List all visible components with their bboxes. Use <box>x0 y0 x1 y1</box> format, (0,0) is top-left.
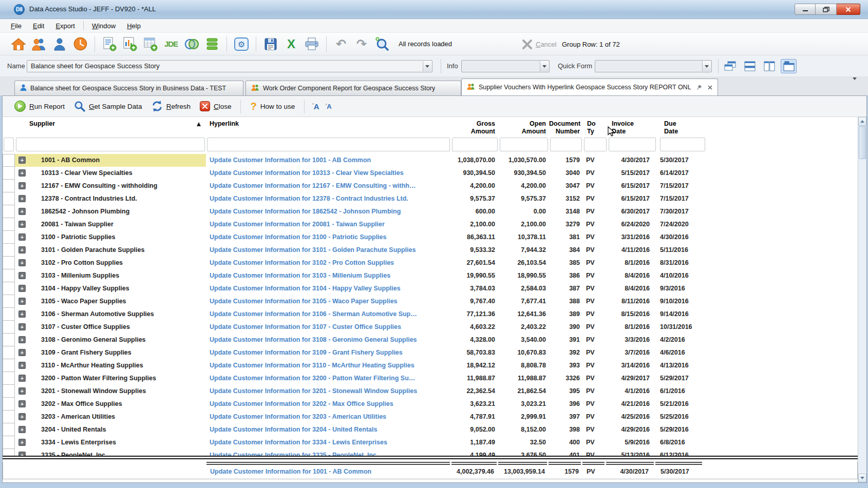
font-increase-button[interactable]: 'A <box>312 102 319 111</box>
cancel-button[interactable]: Cancel <box>536 41 556 48</box>
gross-amount-cell[interactable]: 1,187.49 <box>451 436 498 449</box>
row-selector[interactable] <box>3 411 15 423</box>
supplier-cell[interactable]: +3200 - Patton Water Filtering Supplies <box>15 372 206 385</box>
invoice-date-cell[interactable]: 6/24/2020 <box>606 218 655 231</box>
user-button[interactable] <box>49 35 70 53</box>
do-ty-cell[interactable]: PV <box>582 205 606 218</box>
invoice-date-cell[interactable]: 4/21/2016 <box>606 398 655 411</box>
quick-form-combo-arrow[interactable] <box>702 61 711 71</box>
minimize-button[interactable] <box>795 4 816 15</box>
document-number-cell[interactable]: 1579 <box>548 154 582 167</box>
open-amount-cell[interactable]: 2,999.91 <box>498 411 548 423</box>
due-date-cell[interactable]: 5/25/2016 <box>655 411 703 423</box>
undo-button[interactable]: ↶ <box>331 35 351 53</box>
gross-amount-cell[interactable]: 3,784.03 <box>451 282 498 295</box>
supplier-cell[interactable]: +3104 - Happy Valley Supplies <box>15 282 206 295</box>
due-date-cell[interactable]: 8/31/2016 <box>655 257 703 269</box>
open-amount-cell[interactable]: 26,103.54 <box>498 257 548 269</box>
open-amount-cell[interactable]: 2,100.00 <box>498 218 548 231</box>
expand-row-button[interactable]: + <box>18 375 26 382</box>
open-amount-cell[interactable]: 18,990.55 <box>498 269 548 282</box>
supplier-cell[interactable]: +3105 - Waco Paper Supplies <box>15 295 206 308</box>
supplier-cell[interactable]: +3204 - United Rentals <box>15 423 206 436</box>
row-selector[interactable] <box>3 398 15 411</box>
tile-vertical-button[interactable] <box>761 59 777 73</box>
hyperlink-link[interactable]: Update Customer Information for 1862542 … <box>206 205 451 218</box>
menu-export[interactable]: Export <box>50 20 81 32</box>
document-number-cell[interactable]: 389 <box>548 308 582 321</box>
document-number-cell[interactable]: 3148 <box>548 205 582 218</box>
hyperlink-link[interactable]: Update Customer Information for 12167 - … <box>206 180 451 192</box>
how-to-use-button[interactable]: ? How to use <box>246 99 299 114</box>
supplier-cell[interactable]: +3110 - McArthur Heating Supplies <box>15 359 206 372</box>
expand-row-button[interactable]: + <box>18 323 26 330</box>
name-combobox[interactable]: Balance sheet for Geospace Success Story <box>27 60 432 72</box>
close-report-button[interactable]: Close <box>195 99 236 113</box>
scroll-down-button[interactable] <box>858 474 866 482</box>
row-selector[interactable] <box>3 334 15 346</box>
gross-amount-cell[interactable]: 27,601.54 <box>451 257 498 269</box>
expand-row-button[interactable]: + <box>18 298 26 305</box>
open-amount-cell[interactable]: 7,944.32 <box>498 244 548 257</box>
open-amount-cell[interactable]: 32.50 <box>498 436 548 449</box>
document-number-cell[interactable]: 3152 <box>548 192 582 205</box>
gross-amount-cell[interactable]: 4,200.00 <box>451 180 498 192</box>
scrollbar-thumb[interactable] <box>859 126 866 159</box>
row-set-button[interactable] <box>202 35 222 53</box>
hyperlink-link[interactable]: Update Customer Information for 3335 - P… <box>206 449 451 456</box>
invoice-date-cell[interactable]: 8/11/2016 <box>606 295 655 308</box>
invoice-date-cell[interactable]: 8/15/2016 <box>606 308 655 321</box>
expand-row-button[interactable]: + <box>18 157 26 164</box>
load-records-button[interactable] <box>372 35 392 53</box>
run-report-button[interactable]: Run Report <box>10 99 69 114</box>
open-amount-cell[interactable]: 7,677.41 <box>498 295 548 308</box>
gross-amount-cell[interactable]: 4,328.00 <box>451 334 498 346</box>
document-number-cell[interactable]: 3279 <box>548 218 582 231</box>
menu-window[interactable]: Window <box>86 20 121 32</box>
column-header-open-amount[interactable]: OpenAmount <box>499 120 546 135</box>
filter-selector-input[interactable] <box>4 138 14 151</box>
do-ty-cell[interactable]: PV <box>582 321 606 334</box>
expand-row-button[interactable]: + <box>18 233 26 241</box>
supplier-cell[interactable]: +3108 - Geronimo General Supplies <box>15 334 206 346</box>
expand-row-button[interactable]: + <box>18 336 26 343</box>
gross-amount-cell[interactable]: 9,575.37 <box>451 192 498 205</box>
open-amount-cell[interactable]: 2,403.22 <box>498 321 548 334</box>
supplier-cell[interactable]: +3335 - PeopleNet, Inc. <box>15 449 206 456</box>
document-number-cell[interactable]: 385 <box>548 257 582 269</box>
invoice-date-cell[interactable]: 4/1/2016 <box>606 385 655 398</box>
due-date-cell[interactable]: 9/10/2016 <box>655 295 703 308</box>
gross-amount-cell[interactable]: 2,100.00 <box>451 218 498 231</box>
row-selector[interactable] <box>3 192 15 205</box>
gross-amount-cell[interactable]: 9,767.40 <box>451 295 498 308</box>
gross-amount-cell[interactable]: 58,703.83 <box>451 346 498 359</box>
column-header-hyperlink[interactable]: Hyperlink <box>210 120 239 128</box>
hyperlink-link[interactable]: Update Customer Information for 3100 - P… <box>206 231 451 244</box>
row-selector[interactable] <box>3 218 15 231</box>
do-ty-cell[interactable]: PV <box>582 295 606 308</box>
invoice-date-cell[interactable]: 3/14/2016 <box>606 359 655 372</box>
hyperlink-link[interactable]: Update Customer Information for 3204 - U… <box>206 423 451 436</box>
supplier-cell[interactable]: +10313 - Clear View Specialties <box>15 167 206 180</box>
hyperlink-link[interactable]: Update Customer Information for 3200 - P… <box>206 372 451 385</box>
document-number-cell[interactable]: 396 <box>548 398 582 411</box>
get-sample-data-button[interactable]: Get Sample Data <box>69 99 147 114</box>
document-number-cell[interactable]: 393 <box>548 359 582 372</box>
do-ty-cell[interactable]: PV <box>582 154 606 167</box>
expand-row-button[interactable]: + <box>18 400 26 407</box>
expand-row-button[interactable]: + <box>18 452 26 456</box>
tab-list-dropdown[interactable] <box>853 80 857 89</box>
invoice-date-cell[interactable]: 4/29/2017 <box>606 372 655 385</box>
export-excel-button[interactable]: X <box>281 35 301 53</box>
supplier-cell[interactable]: +3100 - Patriotic Supplies <box>15 231 206 244</box>
row-selector[interactable] <box>3 346 15 359</box>
hyperlink-link[interactable]: Update Customer Information for 3203 - A… <box>206 411 451 423</box>
open-amount-cell[interactable]: 0.00 <box>498 205 548 218</box>
close-tab-icon[interactable] <box>708 85 712 90</box>
expand-row-button[interactable]: + <box>18 426 26 433</box>
document-number-cell[interactable]: 3040 <box>548 167 582 180</box>
vertical-scrollbar[interactable] <box>858 117 866 482</box>
gross-amount-cell[interactable]: 930,394.50 <box>451 167 498 180</box>
column-header-gross-amount[interactable]: GrossAmount <box>451 120 495 135</box>
invoice-date-cell[interactable]: 8/1/2016 <box>606 321 655 334</box>
